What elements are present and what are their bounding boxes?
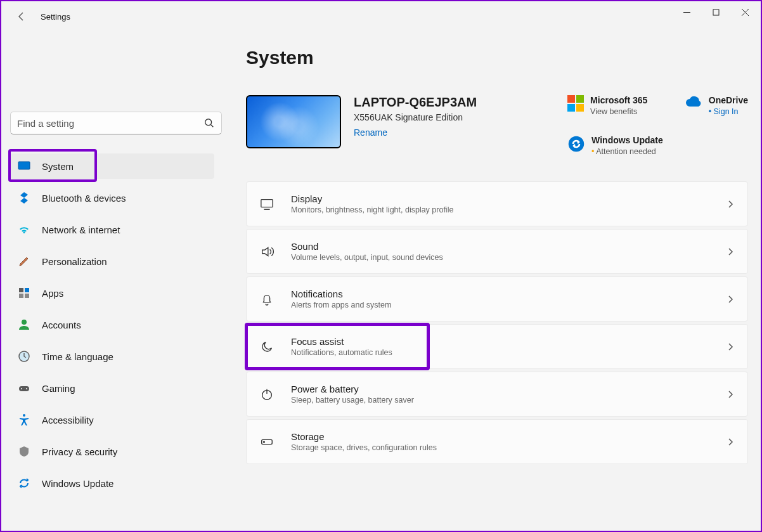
close-button[interactable] xyxy=(730,3,759,22)
onedrive-title: OneDrive xyxy=(709,95,748,105)
svg-point-15 xyxy=(26,388,27,389)
svg-rect-8 xyxy=(19,288,23,292)
microsoft-365-item[interactable]: Microsoft 365 View benefits xyxy=(567,95,663,116)
winupdate-sub: Attention needed xyxy=(591,147,663,156)
chevron-right-icon xyxy=(726,295,735,304)
windows-update-item[interactable]: Windows Update Attention needed xyxy=(567,135,663,156)
sidebar-item-bluetooth[interactable]: Bluetooth & devices xyxy=(10,185,214,211)
device-info-row: LAPTOP-Q6EJP3AM X556UAK Signature Editio… xyxy=(246,95,748,156)
card-sound[interactable]: Sound Volume levels, output, input, soun… xyxy=(246,229,748,274)
clock-globe-icon xyxy=(18,350,30,363)
sidebar-item-gaming[interactable]: Gaming xyxy=(10,375,214,401)
sidebar-item-accessibility[interactable]: Accessibility xyxy=(10,407,214,432)
rename-link[interactable]: Rename xyxy=(354,127,387,138)
card-display[interactable]: Display Monitors, brightness, night ligh… xyxy=(246,181,748,226)
card-focus-assist[interactable]: Focus assist Notifications, automatic ru… xyxy=(246,324,748,369)
card-sub: Notifications, automatic rules xyxy=(291,348,726,357)
minimize-button[interactable] xyxy=(672,3,701,22)
device-model: X556UAK Signature Edition xyxy=(354,112,555,122)
chevron-right-icon xyxy=(726,342,735,351)
sidebar-item-label: Accessibility xyxy=(42,415,94,425)
settings-card-list: Display Monitors, brightness, night ligh… xyxy=(246,181,748,464)
sidebar-item-label: Time & language xyxy=(42,351,113,362)
page-title: System xyxy=(246,47,748,68)
device-name: LAPTOP-Q6EJP3AM xyxy=(354,95,555,110)
monitor-icon xyxy=(259,197,274,212)
sidebar-item-privacy[interactable]: Privacy & security xyxy=(10,439,214,464)
gamepad-icon xyxy=(18,382,30,394)
m365-sub: View benefits xyxy=(590,107,647,116)
svg-line-5 xyxy=(211,125,214,127)
main-content: System LAPTOP-Q6EJP3AM X556UAK Signature… xyxy=(223,32,761,531)
window-controls xyxy=(672,3,759,22)
sidebar-item-label: Privacy & security xyxy=(42,446,117,457)
card-sub: Monitors, brightness, night light, displ… xyxy=(291,205,726,214)
card-title: Storage xyxy=(291,431,726,442)
sidebar: System Bluetooth & devices Network & int… xyxy=(1,32,223,531)
svg-rect-9 xyxy=(25,288,29,292)
card-title: Notifications xyxy=(291,289,726,299)
winupdate-title: Windows Update xyxy=(591,135,663,145)
svg-rect-11 xyxy=(25,294,29,298)
bell-icon xyxy=(259,292,274,307)
chevron-right-icon xyxy=(726,200,735,209)
maximize-button[interactable] xyxy=(701,3,730,22)
device-thumbnail xyxy=(246,95,341,148)
chevron-right-icon xyxy=(726,438,735,446)
svg-rect-14 xyxy=(19,386,29,391)
system-icon xyxy=(18,160,30,172)
moon-icon xyxy=(259,339,274,354)
card-title: Display xyxy=(291,193,726,204)
sidebar-item-system[interactable]: System xyxy=(10,153,214,179)
card-notifications[interactable]: Notifications Alerts from apps and syste… xyxy=(246,276,748,321)
card-sub: Alerts from apps and system xyxy=(291,301,726,309)
card-sub: Volume levels, output, input, sound devi… xyxy=(291,253,726,262)
apps-icon xyxy=(18,287,30,299)
svg-point-16 xyxy=(21,388,22,389)
card-title: Sound xyxy=(291,241,726,252)
card-sub: Storage space, drives, configuration rul… xyxy=(291,443,726,452)
titlebar: Settings xyxy=(1,1,761,32)
card-power-battery[interactable]: Power & battery Sleep, battery usage, ba… xyxy=(246,372,748,417)
nav-list: System Bluetooth & devices Network & int… xyxy=(10,153,214,496)
sidebar-item-label: Gaming xyxy=(42,383,75,394)
sidebar-item-label: Apps xyxy=(42,288,63,299)
update-icon xyxy=(18,477,30,490)
sidebar-item-accounts[interactable]: Accounts xyxy=(10,312,214,337)
sidebar-item-label: Windows Update xyxy=(42,478,113,489)
search-box[interactable] xyxy=(10,112,222,134)
storage-icon xyxy=(259,434,274,450)
cloud-icon xyxy=(685,95,702,113)
sidebar-item-personalization[interactable]: Personalization xyxy=(10,249,214,274)
bluetooth-icon xyxy=(18,191,30,204)
svg-rect-19 xyxy=(261,199,273,207)
sidebar-item-label: System xyxy=(42,161,74,172)
onedrive-item[interactable]: OneDrive Sign In xyxy=(685,95,748,156)
svg-point-24 xyxy=(264,441,265,443)
cloud-status-column: Microsoft 365 View benefits Windows Upda… xyxy=(567,95,748,156)
m365-title: Microsoft 365 xyxy=(590,95,647,105)
wifi-icon xyxy=(18,223,30,236)
svg-point-17 xyxy=(23,414,25,417)
accessibility-icon xyxy=(18,413,30,426)
sidebar-item-network[interactable]: Network & internet xyxy=(10,217,214,242)
card-title: Focus assist xyxy=(291,336,726,347)
chevron-right-icon xyxy=(726,390,735,399)
svg-point-18 xyxy=(569,137,583,151)
card-title: Power & battery xyxy=(291,384,726,394)
sidebar-item-windows-update[interactable]: Windows Update xyxy=(10,470,214,496)
card-storage[interactable]: Storage Storage space, drives, configura… xyxy=(246,419,748,464)
search-input[interactable] xyxy=(17,118,203,129)
chevron-right-icon xyxy=(726,247,735,256)
back-button[interactable] xyxy=(11,6,32,27)
speaker-icon xyxy=(259,244,274,259)
svg-point-12 xyxy=(22,320,27,325)
svg-point-4 xyxy=(205,119,212,126)
onedrive-sub[interactable]: Sign In xyxy=(709,107,748,116)
sidebar-item-label: Accounts xyxy=(42,320,81,330)
svg-rect-1 xyxy=(713,10,719,15)
sidebar-item-time[interactable]: Time & language xyxy=(10,344,214,369)
sidebar-item-apps[interactable]: Apps xyxy=(10,280,214,306)
power-icon xyxy=(259,387,274,402)
card-sub: Sleep, battery usage, battery saver xyxy=(291,396,726,405)
